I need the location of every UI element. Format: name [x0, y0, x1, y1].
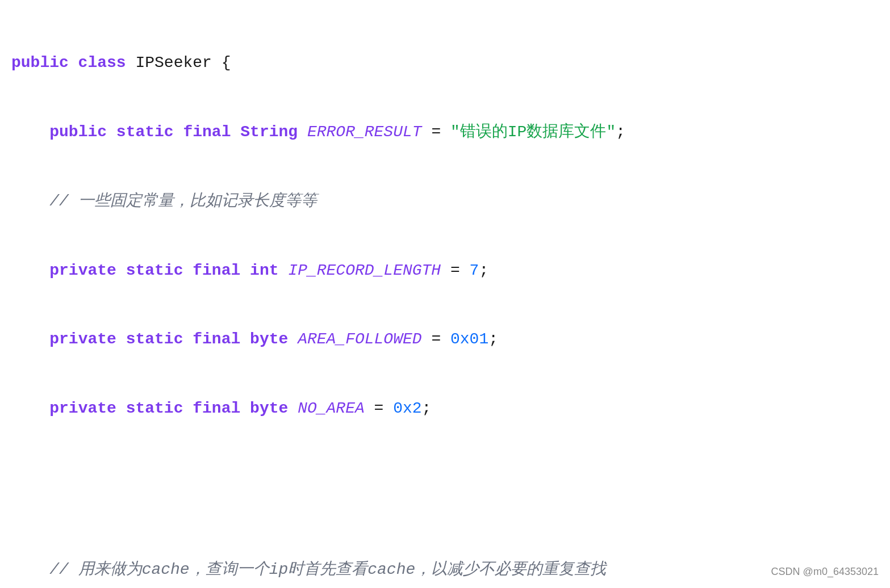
line-2: public static final String ERROR_RESULT … — [11, 121, 879, 144]
line-4: private static final int IP_RECORD_LENGT… — [11, 259, 879, 283]
line-5: private static final byte AREA_FOLLOWED … — [11, 328, 879, 351]
code-block: public class IPSeeker { public static fi… — [11, 6, 879, 588]
line-1: public class IPSeeker { — [11, 52, 879, 75]
watermark: CSDN @m0_64353021 — [771, 566, 879, 578]
code-container: public class IPSeeker { public static fi… — [0, 0, 890, 588]
line-3: // 一些固定常量，比如记录长度等等 — [11, 190, 879, 213]
line-9: // 用来做为cache，查询一个ip时首先查看cache，以减少不必要的重复查… — [11, 558, 879, 582]
line-6: private static final byte NO_AREA = 0x2; — [11, 397, 879, 421]
